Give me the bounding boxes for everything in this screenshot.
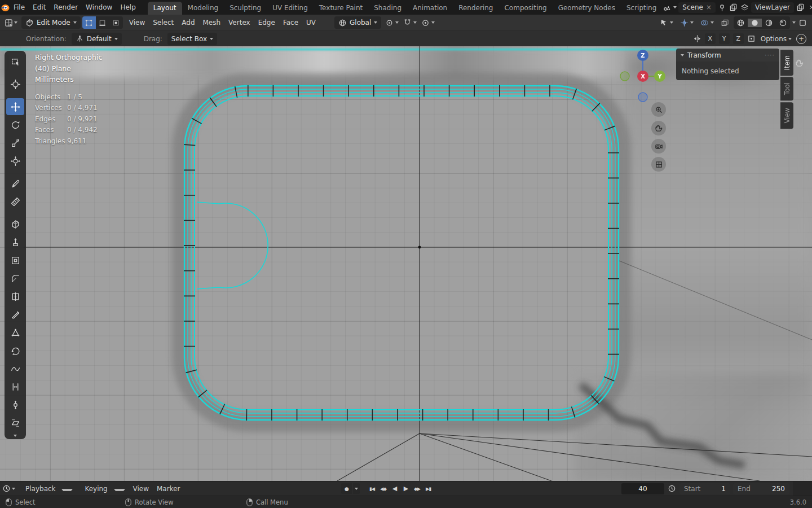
camera-view-button[interactable] (651, 139, 666, 154)
menu-timeline-view[interactable]: View (129, 485, 153, 493)
menu-marker[interactable]: Marker (153, 485, 184, 493)
xray-toggle-button[interactable] (718, 16, 731, 29)
scene-selector[interactable]: Scene × (678, 2, 716, 13)
menu-help[interactable]: Help (116, 3, 139, 11)
more-tools-icon[interactable] (14, 435, 17, 437)
tool-edge-slide[interactable] (6, 378, 24, 395)
workspace-tab-geometry-nodes[interactable]: Geometry Nodes (553, 2, 621, 15)
shading-material-button[interactable] (762, 19, 776, 27)
pin-scene-icon[interactable] (717, 3, 727, 12)
tool-transform[interactable] (6, 152, 24, 169)
mesh-track-edges[interactable] (184, 86, 619, 420)
new-viewlayer-icon[interactable] (796, 3, 805, 12)
proportional-editing-button[interactable] (419, 16, 437, 29)
snap-button[interactable] (401, 16, 419, 29)
workspace-tab-rendering[interactable]: Rendering (453, 2, 498, 15)
workspace-tab-animation[interactable]: Animation (407, 2, 453, 15)
tool-move[interactable] (6, 98, 24, 115)
tool-select-box[interactable] (6, 53, 24, 70)
gizmos-button[interactable] (678, 16, 696, 29)
navigation-gizmo[interactable]: Z Y X (619, 49, 667, 106)
panel-grip-icon[interactable]: ···· (765, 51, 775, 59)
menu-edge[interactable]: Edge (254, 19, 279, 27)
auto-keying-button[interactable]: ● (341, 483, 352, 494)
workspace-tab-shading[interactable]: Shading (368, 2, 407, 15)
drag-dropdown[interactable]: Select Box (167, 33, 217, 45)
menu-file[interactable]: File (10, 3, 29, 11)
options-dropdown[interactable]: Options (758, 33, 794, 45)
sidebar-tab-tool[interactable]: Tool (780, 77, 793, 100)
tool-poly-build[interactable] (6, 324, 24, 341)
mode-selector[interactable]: Edit Mode (21, 16, 81, 29)
workspace-tab-texture-paint[interactable]: Texture Paint (314, 2, 368, 15)
perspective-toggle-button[interactable] (651, 157, 666, 172)
zoom-button[interactable] (651, 102, 666, 117)
menu-edit[interactable]: Edit (29, 3, 50, 11)
tool-loop-cut[interactable] (6, 288, 24, 305)
menu-view[interactable]: View (125, 19, 149, 27)
pivot-point-button[interactable] (383, 16, 401, 29)
scene-close-icon[interactable]: × (706, 3, 712, 11)
select-mode-vertex[interactable] (82, 16, 96, 29)
start-frame-field[interactable]: Start1 (679, 483, 730, 494)
menu-vertex[interactable]: Vertex (224, 19, 254, 27)
mirror-y-toggle[interactable]: Y (719, 33, 730, 44)
gizmo-neg-z[interactable] (638, 93, 647, 102)
menu-playback[interactable]: Playback (17, 485, 77, 493)
scene-chevron-icon[interactable] (673, 6, 677, 8)
prev-keyframe-button[interactable]: ◀◆ (378, 483, 389, 494)
menu-add[interactable]: Add (178, 19, 198, 27)
menu-uv[interactable]: UV (302, 19, 320, 27)
tool-inset-faces[interactable] (6, 252, 24, 269)
tool-shear[interactable] (6, 414, 24, 431)
show-gizmo-button[interactable] (657, 16, 676, 29)
menu-mesh[interactable]: Mesh (199, 19, 225, 27)
pan-button[interactable] (651, 121, 666, 135)
select-mode-edge[interactable] (96, 16, 109, 29)
overlays-button[interactable] (698, 16, 716, 29)
mesh-arc-notch[interactable] (197, 202, 268, 289)
workspace-tab-compositing[interactable]: Compositing (498, 2, 552, 15)
tool-annotate[interactable] (6, 175, 24, 192)
auto-keying-chevron-icon[interactable] (353, 483, 360, 494)
workspace-tab-uv-editing[interactable]: UV Editing (267, 2, 314, 15)
menu-face[interactable]: Face (279, 19, 302, 27)
viewport-3d[interactable]: Right Orthographic (40) Plane Millimeter… (0, 46, 812, 481)
mirror-z-toggle[interactable]: Z (733, 33, 744, 44)
tool-measure[interactable] (6, 193, 24, 210)
play-button[interactable]: ▶ (400, 483, 411, 494)
transform-panel-header[interactable]: Transform ···· (676, 49, 779, 62)
sidebar-tab-item[interactable]: Item (780, 50, 793, 76)
tool-rotate[interactable] (6, 116, 24, 133)
jump-to-end-button[interactable]: ▶▮ (423, 483, 434, 494)
select-mode-face[interactable] (109, 16, 123, 29)
tool-add-cube[interactable] (6, 216, 24, 233)
tool-knife[interactable] (6, 306, 24, 323)
tool-scale[interactable] (6, 134, 24, 151)
play-reverse-button[interactable]: ◀ (389, 483, 400, 494)
shading-rendered-button[interactable] (776, 19, 790, 27)
tool-spin[interactable] (6, 342, 24, 359)
add-workspace-icon[interactable]: + (796, 34, 806, 44)
menu-render[interactable]: Render (50, 3, 82, 11)
shading-wireframe-button[interactable] (734, 19, 748, 27)
orientation-setting-dropdown[interactable]: Default (72, 33, 122, 45)
preview-range-clock-icon[interactable] (667, 484, 677, 493)
tool-shrink-fatten[interactable] (6, 396, 24, 413)
current-frame-field[interactable]: 40 (621, 483, 664, 494)
workspace-tab-layout[interactable]: Layout (148, 2, 182, 15)
shading-solid-button[interactable] (748, 19, 762, 27)
viewlayer-selector[interactable]: ViewLayer (751, 2, 794, 13)
menu-select[interactable]: Select (149, 19, 178, 27)
menu-window[interactable]: Window (82, 3, 116, 11)
next-keyframe-button[interactable]: ◆▶ (412, 483, 422, 494)
tool-extrude-region[interactable] (6, 234, 24, 251)
workspace-tab-modeling[interactable]: Modeling (182, 2, 224, 15)
workspace-tab-sculpting[interactable]: Sculpting (224, 2, 267, 15)
remove-viewlayer-icon[interactable]: × (807, 3, 812, 12)
jump-to-start-button[interactable]: ▮◀ (367, 483, 377, 494)
scene-browse-icon[interactable] (662, 3, 672, 12)
editor-type-button[interactable] (2, 16, 20, 29)
new-scene-icon[interactable] (729, 3, 738, 12)
workspace-tab-scripting[interactable]: Scripting (621, 2, 662, 15)
